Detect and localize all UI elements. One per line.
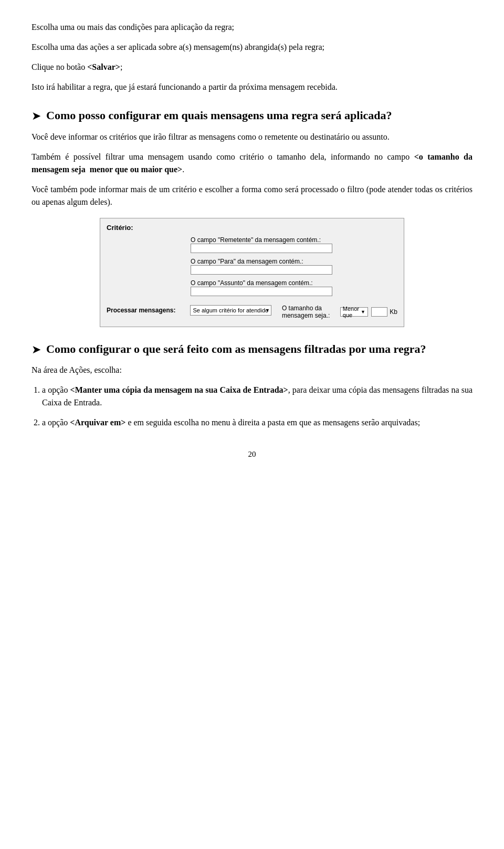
section1-para1: Você deve informar os critérios que irão… <box>32 131 472 143</box>
action-item-1-before: a opção <box>42 385 70 394</box>
paragraph-1: Escolha uma ou mais das condições para a… <box>32 21 472 34</box>
field-name-inline: <o tamanho da mensagem seja menor que ou… <box>32 152 472 174</box>
action-item-2-before: a opção <box>42 418 70 427</box>
criteria-row2-right: O campo "Para" da mensagem contém.: <box>191 257 397 276</box>
action-item-2: a opção <Arquivar em> e em seguida escol… <box>42 416 472 429</box>
field3-label: O campo "Assunto" da mensagem contém.: <box>191 279 313 287</box>
paragraph-3: Clique no botão <Salvar>; <box>32 61 472 74</box>
content-block: Escolha uma ou mais das condições para a… <box>32 21 472 459</box>
section1-heading: ➤ Como posso configurar em quais mensage… <box>32 108 472 123</box>
criteria-row-1: O campo "Remetente" da mensagem contém.: <box>107 236 397 255</box>
action-item-2-after: e em seguida escolha no menu à direita a… <box>125 418 420 427</box>
field3-box <box>191 287 332 296</box>
size-select: Menor que ▼ <box>340 307 368 317</box>
section2-heading: ➤ Como configurar o que será feito com a… <box>32 342 472 357</box>
arrow-icon-2: ➤ <box>32 343 41 357</box>
page-number: 20 <box>32 450 472 459</box>
action-list: a opção <Manter uma cópia da mensagem na… <box>42 384 472 429</box>
action-item-1: a opção <Manter uma cópia da mensagem na… <box>42 384 472 409</box>
criteria-label: Critério: <box>107 224 397 232</box>
kb-label: Kb <box>390 308 397 316</box>
field1-box <box>191 244 332 253</box>
size-select-text: Menor que <box>343 306 361 318</box>
section1-para2: Também é possível filtrar uma mensagem u… <box>32 151 472 176</box>
section1-heading-text: Como posso configurar em quais mensagens… <box>46 108 392 123</box>
criteria-row3-right: O campo "Assunto" da mensagem contém.: <box>191 279 397 298</box>
criteria-row-3: O campo "Assunto" da mensagem contém.: <box>107 279 397 298</box>
section2-intro: Na área de Ações, escolha: <box>32 364 472 376</box>
arrow-icon-1: ➤ <box>32 109 41 123</box>
paragraph-4: Isto irá habilitar a regra, que já estar… <box>32 81 472 93</box>
section2-heading-text: Como configurar o que será feito com as … <box>46 342 426 357</box>
size-input <box>371 307 387 317</box>
action-item-1-bold: <Manter uma cópia da mensagem na sua Cai… <box>70 385 288 394</box>
process-select: Se algum critério for atendido ▼ <box>190 305 271 316</box>
section1-para3: Você também pode informar mais de um cri… <box>32 183 472 208</box>
paragraph-2: Escolha uma das ações a ser aplicada sob… <box>32 41 472 54</box>
process-select-text: Se algum critério for atendido <box>193 307 268 313</box>
criteria-row-2: O campo "Para" da mensagem contém.: <box>107 257 397 276</box>
criteria-row1-right: O campo "Remetente" da mensagem contém.: <box>191 236 397 255</box>
action-item-2-bold: <Arquivar em> <box>70 418 125 427</box>
size-row: O tamanho da mensagem seja.: Menor que ▼… <box>282 305 397 319</box>
size-label: O tamanho da mensagem seja.: <box>282 305 337 319</box>
salvar-inline: <Salvar> <box>87 62 120 71</box>
size-area: O tamanho da mensagem seja.: Menor que ▼… <box>282 302 397 319</box>
process-label: Processar mensagens: <box>107 307 190 314</box>
process-select-arrow: ▼ <box>265 308 270 313</box>
field1-label: O campo "Remetente" da mensagem contém.: <box>191 236 321 244</box>
size-arrow: ▼ <box>361 309 365 315</box>
field2-box <box>191 265 332 275</box>
process-row: Processar mensagens: Se algum critério f… <box>107 302 397 319</box>
field2-label: O campo "Para" da mensagem contém.: <box>191 258 303 265</box>
criteria-image: Critério: O campo "Remetente" da mensage… <box>100 218 404 327</box>
